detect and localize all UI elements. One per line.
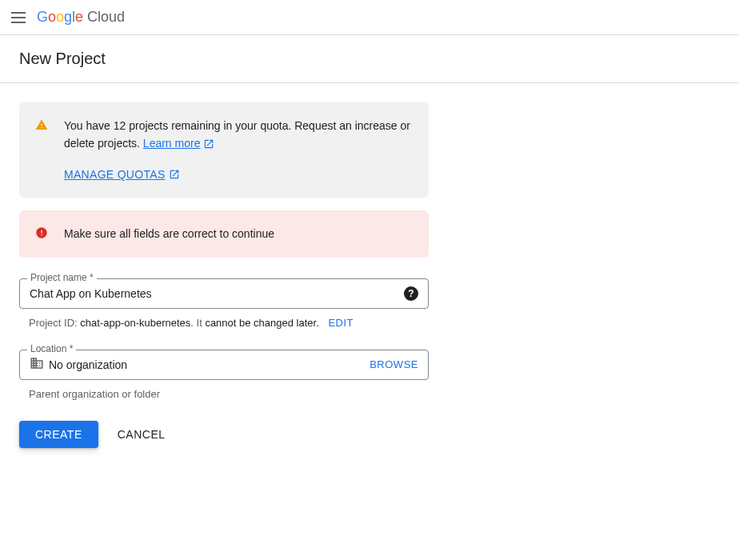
learn-more-link[interactable]: Learn more <box>143 134 215 152</box>
create-button[interactable]: CREATE <box>19 421 98 448</box>
quota-warning-body: You have 12 projects remaining in your q… <box>64 117 413 183</box>
cancel-button[interactable]: CANCEL <box>118 428 166 441</box>
manage-quotas-link[interactable]: MANAGE QUOTAS <box>64 166 180 183</box>
google-cloud-logo[interactable]: Google Cloud <box>37 9 125 26</box>
top-header: Google Cloud <box>0 0 739 35</box>
location-helper: Parent organization or folder <box>19 388 429 400</box>
error-message: Make sure all fields are correct to cont… <box>64 225 274 242</box>
location-value: No organization <box>49 358 127 371</box>
external-link-icon <box>203 138 214 150</box>
quota-message: You have 12 projects remaining in your q… <box>64 119 410 150</box>
quota-warning-alert: You have 12 projects remaining in your q… <box>19 102 429 198</box>
error-icon <box>35 226 48 242</box>
learn-more-label: Learn more <box>143 134 201 152</box>
error-alert: Make sure all fields are correct to cont… <box>19 210 429 257</box>
location-label: Location * <box>27 343 76 354</box>
edit-project-id-link[interactable]: EDIT <box>328 317 354 329</box>
project-id-mid: . It <box>190 317 205 329</box>
cannot-change-text: cannot be changed later. <box>205 317 318 329</box>
manage-quotas-label: MANAGE QUOTAS <box>64 166 166 183</box>
external-link-icon <box>169 169 180 180</box>
content-area: You have 12 projects remaining in your q… <box>0 83 448 467</box>
logo-cloud-text: Cloud <box>87 9 125 26</box>
organization-icon <box>30 356 44 373</box>
page-title: New Project <box>19 50 720 68</box>
location-group: Location * No organization BROWSE Parent… <box>19 350 429 400</box>
project-name-label: Project name * <box>27 272 97 283</box>
project-id-prefix: Project ID: <box>29 317 80 329</box>
location-input[interactable]: No organization <box>30 356 370 373</box>
menu-icon[interactable] <box>10 8 29 27</box>
project-id-helper: Project ID: chat-app-on-kubernetes. It c… <box>19 317 429 329</box>
warning-icon <box>35 118 48 183</box>
location-input-wrapper: No organization BROWSE <box>19 350 429 380</box>
project-name-input[interactable] <box>30 287 404 300</box>
button-row: CREATE CANCEL <box>19 421 429 448</box>
project-name-group: Project name * ? Project ID: chat-app-on… <box>19 278 429 329</box>
project-id-value: chat-app-on-kubernetes <box>80 317 190 329</box>
page-title-bar: New Project <box>0 35 739 83</box>
help-icon[interactable]: ? <box>404 286 418 301</box>
browse-button[interactable]: BROWSE <box>370 358 418 370</box>
